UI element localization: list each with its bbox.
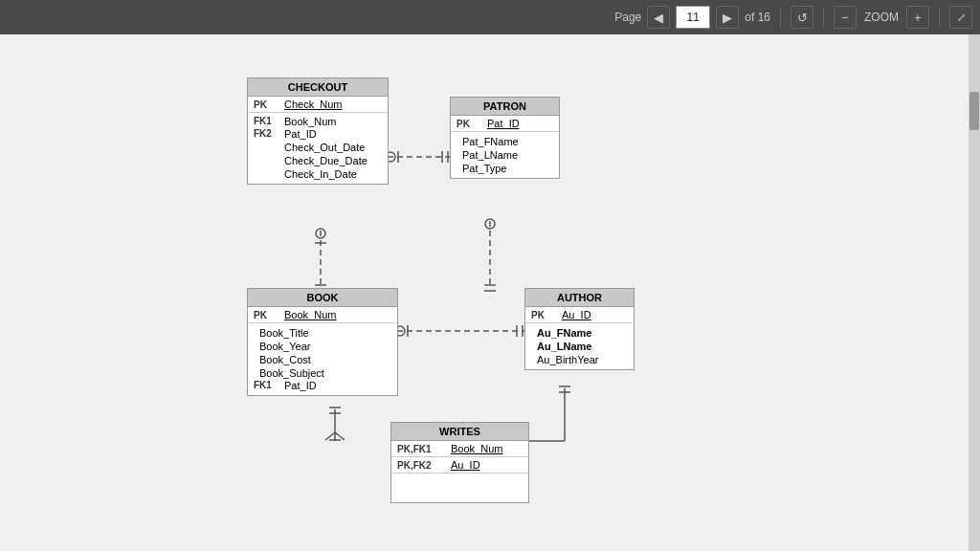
book-table: BOOK PK Book_Num Book_Title Book_Year Bo… — [247, 288, 398, 396]
book-fk1-field: Pat_ID — [284, 380, 317, 391]
author-table: AUTHOR PK Au_ID Au_FName Au_LName Au_Bir… — [524, 288, 635, 370]
writes-row-2: PK,FK2 Au_ID — [391, 457, 528, 474]
divider-3 — [939, 8, 940, 27]
author-field-2: Au_LName — [531, 340, 628, 353]
zoom-in-button[interactable]: + — [906, 6, 929, 29]
next-page-button[interactable]: ▶ — [716, 6, 739, 29]
checkout-fk2-field: Pat_ID — [284, 128, 317, 140]
book-field-4: Book_Subject — [254, 366, 391, 380]
book-fk1-label: FK1 — [254, 380, 280, 390]
total-pages: of 16 — [745, 11, 770, 24]
patron-pk-row: PK Pat_ID — [451, 116, 559, 132]
checkout-fk1-label: FK1 — [254, 116, 280, 126]
fullscreen-button[interactable]: ⤢ — [949, 6, 972, 29]
writes-pk-fk2-field: Au_ID — [451, 459, 480, 471]
er-diagram-canvas: CHECKOUT PK Check_Num FK1 Book_Num FK2 P… — [0, 34, 969, 551]
scroll-thumb[interactable] — [969, 92, 979, 130]
checkout-body: FK1 Book_Num FK2 Pat_ID Check_Out_Date C… — [248, 113, 388, 184]
checkout-fk1-row: FK1 Book_Num — [254, 116, 382, 127]
content-area: CHECKOUT PK Check_Num FK1 Book_Num FK2 P… — [0, 34, 980, 551]
svg-point-6 — [316, 229, 325, 238]
checkout-fk1-field: Book_Num — [284, 116, 336, 127]
writes-row-1: PK,FK1 Book_Num — [391, 441, 528, 457]
checkout-title: CHECKOUT — [248, 78, 388, 97]
zoom-out-button[interactable]: − — [834, 6, 857, 29]
writes-pk-fk1-label: PK,FK1 — [397, 444, 447, 454]
divider-1 — [780, 8, 781, 27]
zoom-label: ZOOM — [864, 11, 899, 24]
writes-table: WRITES PK,FK1 Book_Num PK,FK2 Au_ID — [390, 422, 529, 503]
page-label: Page — [614, 11, 641, 24]
checkout-pk-field: Check_Num — [284, 99, 343, 110]
svg-line-22 — [325, 432, 335, 440]
book-body: Book_Title Book_Year Book_Cost Book_Subj… — [248, 323, 397, 395]
author-title: AUTHOR — [525, 289, 634, 307]
writes-pk-fk1-field: Book_Num — [451, 443, 502, 454]
patron-table: PATRON PK Pat_ID Pat_FName Pat_LName Pat… — [450, 97, 560, 179]
book-pk-label: PK — [254, 310, 280, 320]
checkout-fk2-row: FK2 Pat_ID — [254, 128, 382, 140]
author-pk-field: Au_ID — [562, 309, 591, 320]
checkout-field-3: Check_In_Date — [254, 167, 382, 181]
patron-field-3: Pat_Type — [457, 162, 553, 175]
author-pk-label: PK — [531, 310, 558, 320]
patron-body: Pat_FName Pat_LName Pat_Type — [451, 132, 559, 178]
writes-pk-fk2-label: PK,FK2 — [397, 460, 447, 471]
book-field-1: Book_Title — [254, 326, 391, 340]
svg-point-11 — [485, 219, 495, 229]
checkout-pk-label: PK — [254, 99, 280, 110]
author-body: Au_FName Au_LName Au_BirthYear — [525, 323, 634, 369]
checkout-table: CHECKOUT PK Check_Num FK1 Book_Num FK2 P… — [247, 77, 389, 185]
book-pk-row: PK Book_Num — [248, 307, 397, 323]
book-field-3: Book_Cost — [254, 353, 391, 366]
scrollbar[interactable] — [969, 34, 980, 551]
refresh-button[interactable]: ↺ — [791, 6, 813, 29]
writes-title: WRITES — [391, 423, 528, 441]
page-input[interactable] — [676, 6, 710, 29]
patron-field-2: Pat_LName — [457, 148, 553, 162]
author-pk-row: PK Au_ID — [525, 307, 634, 323]
patron-title: PATRON — [451, 98, 559, 116]
toolbar: Page ◀ ▶ of 16 ↺ − ZOOM + ⤢ — [0, 0, 980, 34]
svg-line-23 — [335, 432, 345, 440]
book-field-2: Book_Year — [254, 340, 391, 353]
author-field-3: Au_BirthYear — [531, 353, 628, 366]
book-title: BOOK — [248, 289, 397, 307]
prev-page-button[interactable]: ◀ — [647, 6, 670, 29]
checkout-field-1: Check_Out_Date — [254, 141, 382, 154]
checkout-field-2: Check_Due_Date — [254, 154, 382, 167]
patron-pk-label: PK — [457, 119, 483, 129]
divider-2 — [823, 8, 824, 27]
patron-field-1: Pat_FName — [457, 135, 553, 148]
patron-pk-field: Pat_ID — [487, 118, 520, 129]
writes-empty-area — [391, 474, 528, 502]
book-pk-field: Book_Num — [284, 309, 336, 320]
book-fk1-row: FK1 Pat_ID — [254, 380, 391, 391]
checkout-pk-row: PK Check_Num — [248, 97, 388, 113]
checkout-fk2-label: FK2 — [254, 128, 280, 139]
author-field-1: Au_FName — [531, 326, 628, 340]
